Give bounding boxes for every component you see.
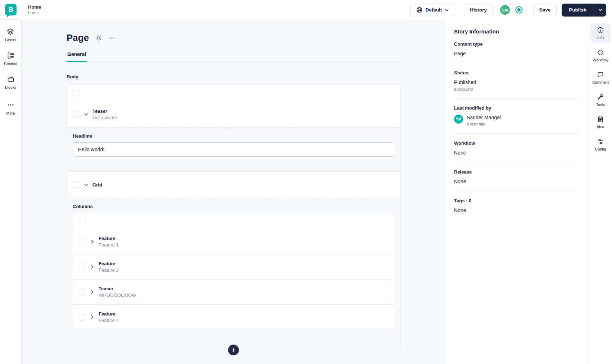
tools-icon	[597, 93, 604, 101]
history-button[interactable]: History	[464, 4, 493, 16]
block-type: Feature	[99, 261, 119, 266]
block-checkbox[interactable]	[79, 314, 85, 321]
presence-indicator-icon[interactable]	[515, 6, 523, 14]
chevron-right-icon[interactable]	[90, 289, 95, 295]
status-section: Status Published a year ago	[454, 63, 580, 98]
columns-header-row	[73, 213, 394, 229]
block-type: Feature	[99, 311, 119, 317]
chevron-right-icon[interactable]	[90, 314, 95, 320]
editor-canvas: Page General Body	[22, 20, 445, 364]
sidebar-item-layers[interactable]: Layers	[5, 28, 17, 42]
settings-gear-icon[interactable]	[95, 34, 102, 41]
block-type: Grid	[92, 182, 102, 188]
block-row-grid[interactable]: Grid	[67, 171, 400, 198]
columns-blocks-card: Feature Feature 1 Feature	[73, 213, 394, 330]
body-blocks-card: Teaser Hello world! Headline	[67, 84, 400, 350]
app: B Home home Default History	[0, 0, 612, 364]
chevron-down-icon[interactable]	[83, 182, 89, 188]
modifier-avatar: SM	[454, 115, 463, 124]
add-block-button[interactable]	[228, 345, 239, 355]
block-checkbox[interactable]	[79, 264, 85, 270]
story-slug: home	[28, 10, 41, 16]
chevron-right-icon[interactable]	[90, 264, 95, 269]
publish-split-button: Publish	[562, 4, 606, 17]
publish-options-button[interactable]	[594, 4, 606, 17]
content-type-section: Content type Page	[454, 34, 580, 63]
block-type: Feature	[99, 236, 119, 241]
select-all-checkbox[interactable]	[79, 218, 85, 224]
panel-tab-idea[interactable]: Idea	[590, 112, 611, 132]
blocks-header-row	[67, 85, 400, 101]
sidebar-item-content[interactable]: Content	[4, 51, 17, 66]
publish-button[interactable]: Publish	[562, 4, 594, 17]
breadcrumb: Home home	[28, 4, 41, 16]
language-selector[interactable]: Default	[410, 4, 455, 16]
idea-icon	[597, 116, 604, 123]
panel-tab-workflow[interactable]: Workflow	[590, 46, 611, 65]
block-subtitle: Feature 2	[99, 318, 119, 323]
status-time-link[interactable]: a year ago	[454, 87, 473, 91]
modifier-name: Sander Mangel	[467, 115, 501, 120]
block-row-teaser[interactable]: Teaser Hello world!	[67, 101, 400, 127]
editor-tabs: General	[67, 51, 400, 63]
layers-icon	[6, 28, 14, 36]
headline-field-label: Headline	[73, 133, 394, 139]
more-icon	[7, 101, 15, 109]
chevron-right-icon[interactable]	[90, 239, 95, 244]
page-options-icon[interactable]	[109, 35, 115, 41]
block-type: Teaser	[99, 286, 136, 291]
panel-tab-info[interactable]: Info	[590, 23, 611, 42]
topbar: Home home Default History SM	[22, 0, 612, 20]
block-subtitle: WHOOOOOOOW	[99, 292, 136, 298]
block-checkbox[interactable]	[79, 239, 85, 245]
columns-field-label: Columns	[73, 204, 394, 209]
panel-tab-comment[interactable]: Comment	[590, 68, 611, 87]
grid-expanded-fields: Columns Feature	[67, 198, 400, 350]
headline-input[interactable]	[73, 142, 395, 157]
tags-section: Tags · 0 None	[454, 191, 580, 220]
sidebar-item-blocks[interactable]: Blocks	[5, 75, 16, 89]
story-information-panel: Story Information Content type Page Stat…	[445, 20, 589, 364]
storyblok-logo-icon[interactable]: B	[5, 4, 17, 15]
block-checkbox[interactable]	[73, 111, 79, 118]
block-row-feature-3[interactable]: Feature Feature 3	[73, 254, 394, 279]
block-checkbox[interactable]	[79, 289, 85, 295]
globe-icon	[416, 7, 422, 13]
logo-cell: B	[0, 0, 22, 20]
select-all-checkbox[interactable]	[73, 90, 79, 96]
block-row-feature-2[interactable]: Feature Feature 2	[73, 304, 394, 330]
config-icon	[597, 138, 604, 145]
tab-general[interactable]: General	[67, 51, 87, 62]
teaser-expanded-fields: Headline	[67, 127, 400, 171]
content-icon	[7, 51, 15, 59]
workflow-section: Workflow None	[454, 133, 580, 162]
block-subtitle: Feature 1	[99, 242, 119, 248]
save-button[interactable]: Save	[533, 4, 557, 16]
block-row-teaser-whoow[interactable]: Teaser WHOOOOOOOW	[73, 279, 394, 304]
block-subtitle: Hello world!	[92, 115, 117, 120]
block-checkbox[interactable]	[73, 181, 79, 188]
modified-time-link[interactable]: a year ago	[467, 122, 485, 126]
sidebar-item-more[interactable]: More	[6, 101, 15, 115]
story-title: Home	[28, 4, 41, 10]
panel-tab-tools[interactable]: Tools	[590, 90, 611, 109]
right-rail: Info Workflow Comment	[589, 20, 612, 364]
release-section: Release None	[454, 162, 580, 191]
chevron-down-icon	[445, 8, 449, 12]
chevron-down-icon[interactable]	[83, 112, 89, 117]
comment-icon	[597, 71, 604, 78]
user-avatar[interactable]: SM	[500, 5, 510, 15]
panel-title: Story Information	[454, 28, 580, 34]
blocks-icon	[7, 75, 15, 83]
body-field-label: Body	[67, 74, 400, 79]
last-modified-section: Last modified by SM Sander Mangel a year…	[454, 98, 580, 133]
block-subtitle: Feature 3	[99, 267, 119, 273]
page-title: Page	[67, 32, 89, 43]
workflow-icon	[597, 49, 604, 56]
info-icon	[597, 27, 604, 34]
left-rail: Layers Content Blocks	[0, 20, 22, 364]
block-type: Teaser	[92, 109, 117, 114]
block-row-feature-1[interactable]: Feature Feature 1	[73, 229, 394, 254]
panel-tab-config[interactable]: Config	[590, 135, 611, 154]
